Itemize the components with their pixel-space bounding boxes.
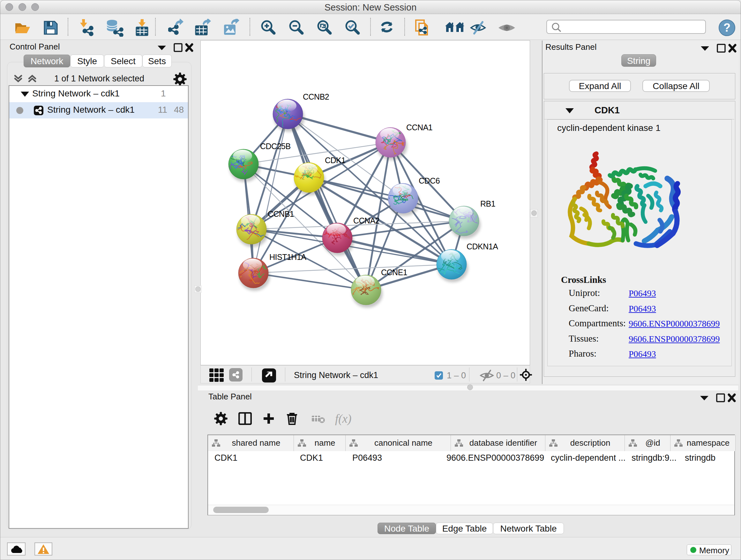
svg-text:RB1: RB1 (480, 199, 495, 208)
svg-text:CCNE1: CCNE1 (381, 268, 407, 277)
svg-text:CCNB2: CCNB2 (303, 92, 329, 101)
svg-text:CCNA2: CCNA2 (353, 216, 380, 225)
svg-text:CDKN1A: CDKN1A (467, 242, 498, 251)
svg-text:CDC6: CDC6 (419, 176, 440, 185)
svg-text:HIST1H1A: HIST1H1A (269, 253, 307, 261)
svg-text:CDK1: CDK1 (325, 156, 346, 165)
svg-text:?: ? (724, 21, 731, 34)
svg-text:CDC25B: CDC25B (260, 142, 291, 151)
svg-text:CCNA1: CCNA1 (406, 123, 432, 132)
svg-text:CCNB1: CCNB1 (268, 209, 294, 219)
